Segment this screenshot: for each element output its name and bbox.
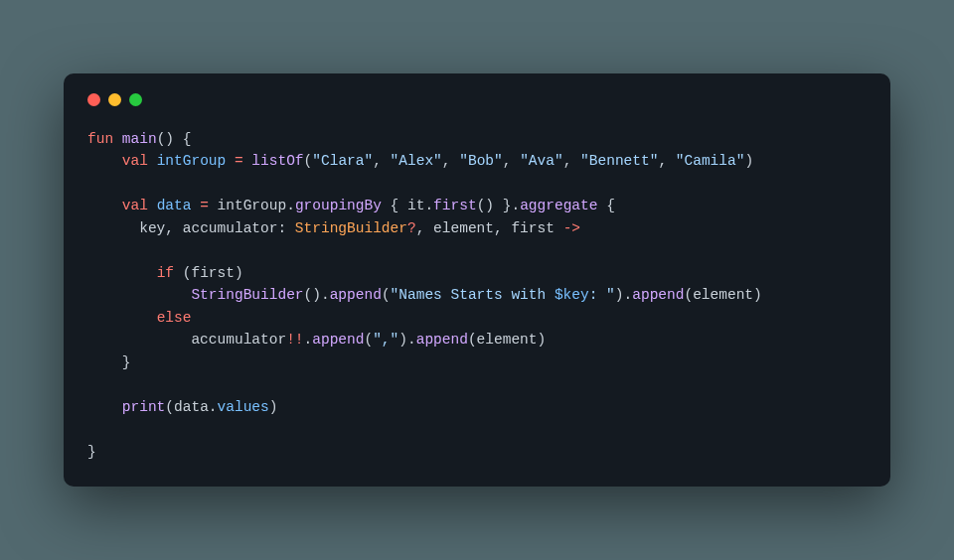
- indent: [87, 198, 122, 213]
- fn-first: first: [433, 198, 477, 213]
- string: "Camila": [676, 153, 745, 169]
- function-main: main: [122, 131, 157, 147]
- space: [174, 265, 183, 281]
- ref-data: data: [174, 399, 209, 415]
- indent: [87, 153, 122, 169]
- keyword-if: if: [157, 265, 174, 281]
- dot: .: [321, 287, 330, 303]
- brace: {: [174, 131, 191, 147]
- rbrace: }: [122, 354, 131, 370]
- rbrace: }: [87, 444, 96, 460]
- string: "Bennett": [580, 153, 658, 169]
- rparen: ): [753, 287, 762, 303]
- indent: [87, 310, 157, 326]
- ref-intGroup: intGroup: [218, 198, 287, 213]
- lparen: (: [382, 287, 391, 303]
- comma: ,: [494, 220, 511, 236]
- lparen: (: [468, 332, 477, 348]
- interp-key: $key: [555, 287, 589, 303]
- var-intGroup: intGroup: [157, 153, 227, 169]
- code-block: fun main() { val intGroup = listOf("Clar…: [87, 128, 867, 463]
- string: "Names Starts with: [391, 287, 555, 303]
- space: [398, 198, 407, 213]
- nullable: ?: [407, 220, 416, 236]
- fn-append: append: [330, 287, 382, 303]
- not-null: !!: [286, 332, 303, 348]
- string: "Bob": [459, 153, 503, 169]
- comma: ,: [563, 153, 580, 169]
- lparen: (: [165, 399, 174, 415]
- dot: .: [624, 287, 633, 303]
- lbrace: {: [606, 198, 615, 213]
- rparen: ): [615, 287, 624, 303]
- indent: [87, 399, 122, 415]
- comma: ,: [503, 153, 520, 169]
- prop-values: values: [218, 399, 269, 415]
- window-titlebar: [87, 93, 867, 106]
- param-key: key: [139, 220, 165, 236]
- space: [555, 220, 563, 236]
- comma: ,: [658, 153, 675, 169]
- rparen: ): [398, 332, 407, 348]
- indent: [87, 354, 122, 370]
- arrow: ->: [563, 220, 580, 236]
- indent: [87, 332, 191, 348]
- fn-append: append: [416, 332, 468, 348]
- comma: ,: [442, 153, 459, 169]
- space: [148, 198, 157, 213]
- dot: .: [407, 332, 416, 348]
- indent: [87, 220, 139, 236]
- code-window: fun main() { val intGroup = listOf("Clar…: [64, 73, 890, 487]
- var-data: data: [157, 198, 192, 213]
- keyword-fun: fun: [87, 131, 113, 147]
- rparen: ): [744, 153, 753, 169]
- ref-element: element: [477, 332, 538, 348]
- fn-aggregate: aggregate: [520, 198, 597, 213]
- dot: .: [511, 198, 520, 213]
- indent: [87, 287, 191, 303]
- space: [148, 153, 157, 169]
- close-icon[interactable]: [87, 93, 100, 106]
- type-StringBuilder: StringBuilder: [295, 220, 407, 236]
- lparen: (: [364, 332, 373, 348]
- ref-first: first: [191, 265, 235, 281]
- minimize-icon[interactable]: [108, 93, 121, 106]
- space: [226, 153, 235, 169]
- rparen: ): [538, 332, 547, 348]
- comma: ,: [165, 220, 182, 236]
- fn-listOf: listOf: [251, 153, 303, 169]
- space: [494, 198, 503, 213]
- parens: (): [477, 198, 494, 213]
- lparen: (: [304, 153, 313, 169]
- maximize-icon[interactable]: [129, 93, 142, 106]
- lparen: (: [684, 287, 693, 303]
- comma: ,: [373, 153, 390, 169]
- string: : ": [589, 287, 615, 303]
- param-accumulator: accumulator: [183, 220, 278, 236]
- fn-groupingBy: groupingBy: [295, 198, 382, 213]
- dot: .: [209, 399, 218, 415]
- ref-element: element: [693, 287, 753, 303]
- equals: =: [200, 198, 209, 213]
- rparen: ): [269, 399, 278, 415]
- ref-accumulator: accumulator: [191, 332, 286, 348]
- ctor-StringBuilder: StringBuilder: [191, 287, 303, 303]
- keyword-val: val: [122, 198, 148, 213]
- keyword-val: val: [122, 153, 148, 169]
- parens: (): [157, 131, 174, 147]
- lbrace: {: [391, 198, 399, 213]
- space: [209, 198, 218, 213]
- param-first: first: [511, 220, 555, 236]
- keyword-else: else: [157, 310, 192, 326]
- fn-append: append: [632, 287, 684, 303]
- string: ",": [373, 332, 398, 348]
- it: it: [407, 198, 424, 213]
- param-element: element: [433, 220, 494, 236]
- rparen: ): [235, 265, 243, 281]
- space: [191, 198, 200, 213]
- comma: ,: [416, 220, 433, 236]
- dot: .: [286, 198, 295, 213]
- string: "Clara": [312, 153, 373, 169]
- string: "Alex": [391, 153, 442, 169]
- space: [382, 198, 391, 213]
